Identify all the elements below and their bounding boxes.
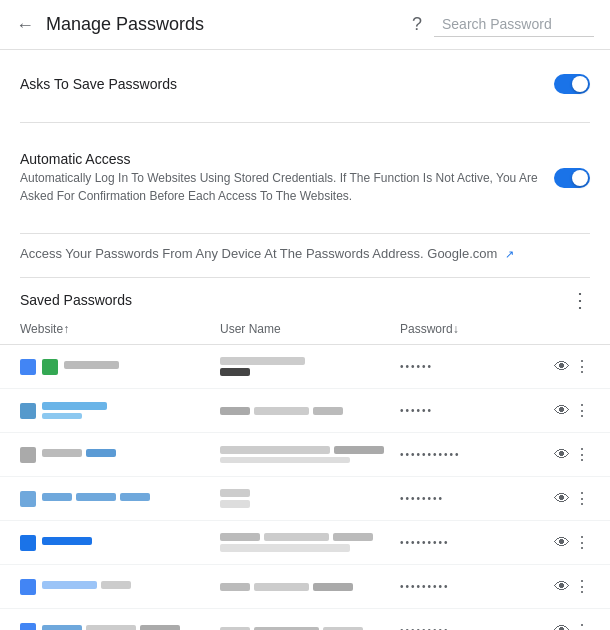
toggle-thumb [572,76,588,92]
site-favicon2 [42,359,58,375]
username-block [220,407,400,415]
eye-icon[interactable]: 👁 [554,358,570,376]
username-cell [220,407,400,415]
col-username: User Name [220,318,400,340]
help-icon[interactable]: ? [412,14,422,35]
eye-icon[interactable]: 👁 [554,446,570,464]
col-website: Website↑ [20,318,220,340]
username-lines [220,489,400,508]
table-row: •••••• 👁 ⋮ [0,389,610,433]
site-favicon [20,447,36,463]
site-name-bar3 [140,625,180,630]
site-favicon [20,359,36,375]
saved-passwords-header: Saved Passwords ⋮ [0,282,610,314]
asks-save-toggle[interactable] [554,74,590,94]
username-line2 [254,627,319,631]
automatic-access-row: Automatic Access Automatically Log In To… [20,143,590,213]
username-line [220,583,250,591]
row-more-icon[interactable]: ⋮ [574,533,590,552]
col-password: Password↓ [400,318,530,340]
page-title: Manage Passwords [46,14,204,35]
username-cell [220,446,400,463]
automatic-access-label: Automatic Access [20,151,538,167]
username-dark-block [220,368,250,376]
website-cell [20,623,220,631]
site-name-block [42,537,92,548]
row-more-icon[interactable]: ⋮ [574,577,590,596]
toggle-thumb-2 [572,170,588,186]
username-line2 [220,457,350,463]
header: ← Manage Passwords ? [0,0,610,50]
saved-passwords-title: Saved Passwords [20,292,132,308]
row-more-icon[interactable]: ⋮ [574,357,590,376]
row-more-icon[interactable]: ⋮ [574,401,590,420]
site-favicon [20,491,36,507]
saved-passwords-more-icon[interactable]: ⋮ [570,290,590,310]
access-note-text: Access Your Passwords From Any Device At… [20,246,497,261]
row-actions: 👁 ⋮ [530,621,590,630]
username-block [220,583,400,591]
site-name-bar2 [101,581,131,589]
col-actions [530,318,590,340]
password-dots: •••••• [400,405,433,416]
site-name-block [42,581,131,592]
eye-icon[interactable]: 👁 [554,578,570,596]
username-line [254,407,309,415]
password-dots: ••••••••• [400,581,450,592]
username-block [220,489,400,508]
row-more-icon[interactable]: ⋮ [574,445,590,464]
username-line-group [220,583,400,591]
password-cell: ••••••••• [400,537,530,548]
username-cell [220,489,400,508]
site-name-bar [42,493,72,501]
row-more-icon[interactable]: ⋮ [574,489,590,508]
username-line2 [254,583,309,591]
back-button[interactable]: ← [16,16,34,34]
username-block [220,533,400,552]
website-cell [20,402,220,419]
username-cell [220,627,400,631]
username-line-group [220,407,400,415]
site-name-bar [42,449,82,457]
row-actions: 👁 ⋮ [530,357,590,376]
username-line2 [220,500,250,508]
eye-icon[interactable]: 👁 [554,534,570,552]
automatic-access-toggle[interactable] [554,168,590,188]
row-actions: 👁 ⋮ [530,577,590,596]
website-cell [20,491,220,507]
row-actions: 👁 ⋮ [530,489,590,508]
site-name-block [42,625,180,630]
automatic-access-description: Automatically Log In To Websites Using S… [20,169,538,205]
password-cell: ••••••••• [400,581,530,592]
divider3 [20,277,590,278]
site-name-bar3 [120,493,150,501]
table-row: ••••••••• 👁 ⋮ [0,521,610,565]
access-link-icon[interactable]: ↗ [505,248,514,260]
site-name-bar [42,625,82,630]
username-block [220,627,400,631]
eye-icon[interactable]: 👁 [554,402,570,420]
username-line-group [220,627,400,631]
username-line [220,357,305,365]
search-input[interactable] [434,12,594,37]
site-favicon [20,403,36,419]
site-name-block [42,402,107,419]
site-name-multi [42,449,116,460]
row-actions: 👁 ⋮ [530,533,590,552]
site-name-bar [42,537,92,545]
eye-icon[interactable]: 👁 [554,622,570,631]
username-line [313,407,343,415]
site-sub-bar [42,413,82,419]
row-actions: 👁 ⋮ [530,445,590,464]
site-name-block [42,449,116,460]
username-cell [220,583,400,591]
row-more-icon[interactable]: ⋮ [574,621,590,630]
site-name-bar [64,361,119,369]
passwords-table: Website↑ User Name Password↓ •••••• 👁 ⋮ [0,314,610,630]
site-name-multi [42,581,131,592]
username-line [220,407,250,415]
asks-save-section: Asks To Save Passwords [0,50,610,118]
username-line [220,489,250,497]
site-name-block [42,493,150,504]
eye-icon[interactable]: 👁 [554,490,570,508]
